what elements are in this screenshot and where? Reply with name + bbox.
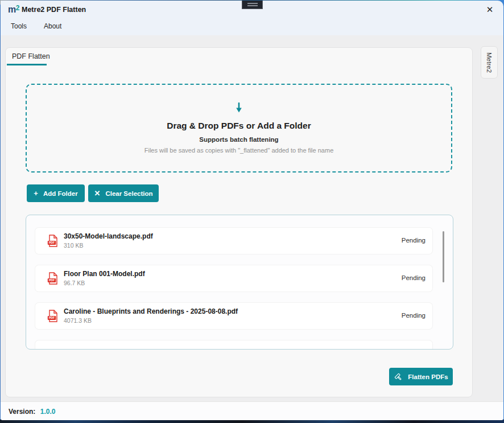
file-list[interactable]: PDF 30x50-Model-landscape.pdf 310 KB Pen… [26,215,453,350]
app-window: m2 Metre2 PDF Flatten ✕ Tools About PDF … [1,1,503,420]
snap-layout-handle[interactable] [242,1,263,9]
dropzone-title: Drag & Drop PDFs or Add a Folder [167,121,311,131]
file-size: 96.7 KB [64,280,85,286]
close-button[interactable]: ✕ [482,3,497,17]
clear-selection-label: Clear Selection [105,190,152,197]
hammer-icon [394,372,403,381]
tab-pdf-flatten[interactable]: PDF Flatten [12,52,50,60]
svg-text:PDF: PDF [49,316,55,319]
drag-drop-zone[interactable]: Drag & Drop PDFs or Add a Folder Support… [26,84,452,173]
file-size: 4071.3 KB [64,317,92,324]
menu-item-about[interactable]: About [44,22,61,30]
x-icon: ✕ [94,190,101,197]
tab-metre2-vertical[interactable]: Metre2 [481,46,498,79]
content-area: PDF Flatten Drag & Drop PDFs or Add a Fo… [1,35,503,401]
file-row[interactable]: PDF Floor Plan 001-Model.pdf 96.7 KB Pen… [35,265,432,291]
status-badge: Pending [402,274,425,281]
tab-active-indicator [7,64,47,65]
status-badge: Pending [402,312,425,319]
pdf-file-icon: PDF [47,272,57,285]
file-row[interactable]: PDF 30x50-Model-landscape.pdf 310 KB Pen… [35,228,432,254]
svg-text:PDF: PDF [49,278,55,282]
menu-item-tools[interactable]: Tools [11,22,27,30]
flatten-pdfs-button[interactable]: Flatten PDFs [389,368,453,385]
file-row-partial[interactable] [35,340,432,350]
status-badge: Pending [402,237,425,244]
status-bar: Version: 1.0.0 [1,401,503,420]
side-tab-label: Metre2 [486,52,493,73]
flatten-pdfs-label: Flatten PDFs [408,373,448,380]
file-name: Floor Plan 001-Model.pdf [64,270,145,278]
version-label: Version: [9,408,35,416]
add-folder-button[interactable]: + Add Folder [27,184,85,202]
logo-m: m [8,5,16,14]
scrollbar-thumb[interactable] [443,231,444,282]
pdf-flatten-tab-page: PDF Flatten Drag & Drop PDFs or Add a Fo… [5,47,473,397]
desktop-background: m2 Metre2 PDF Flatten ✕ Tools About PDF … [0,0,504,423]
window-title: Metre2 PDF Flatten [22,6,86,14]
file-row[interactable]: PDF Caroline - Blueprints and Renderings… [35,303,432,329]
arrow-down-icon [234,102,243,113]
pdf-file-icon: PDF [47,235,57,247]
dropzone-note: Files will be saved as copies with "_fla… [144,147,334,154]
file-name: Caroline - Blueprints and Renderings - 2… [64,307,238,315]
logo-2: 2 [16,4,20,12]
dropzone-subtitle: Supports batch flattening [199,136,278,143]
pdf-file-icon: PDF [47,310,57,322]
svg-text:PDF: PDF [49,241,55,244]
file-size: 310 KB [64,242,83,249]
version-row: Version: 1.0.0 [9,408,55,416]
close-icon: ✕ [486,5,494,15]
file-name: 30x50-Model-landscape.pdf [64,232,153,240]
clear-selection-button[interactable]: ✕ Clear Selection [88,184,159,202]
plus-icon: + [34,190,38,197]
add-folder-label: Add Folder [43,190,78,197]
metre2-logo: m2 [8,5,19,14]
menu-bar: Tools About [1,18,503,35]
version-value: 1.0.0 [40,408,56,416]
